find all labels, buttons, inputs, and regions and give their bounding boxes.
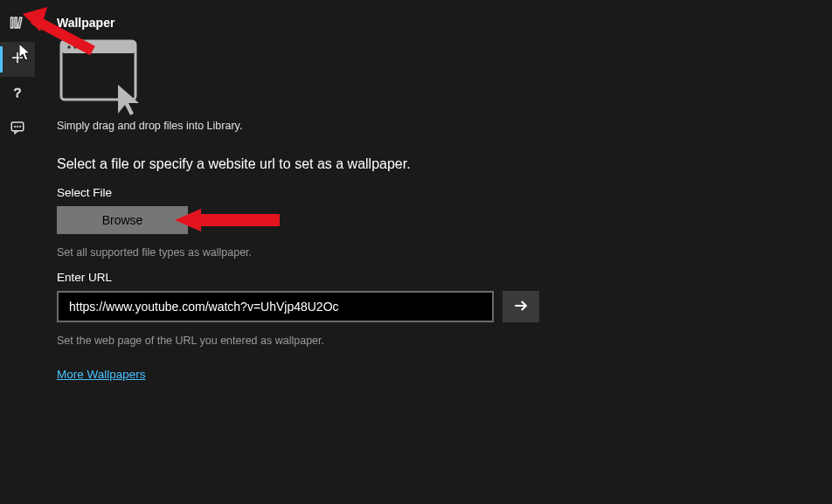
browse-button[interactable]: Browse <box>57 206 188 234</box>
main-content: Wallpaper Simply drag and drop files int… <box>35 0 832 504</box>
svg-rect-2 <box>17 17 22 28</box>
svg-point-13 <box>73 45 76 48</box>
drop-caption: Simply drag and drop files into Library. <box>57 120 810 132</box>
instruction-text: Select a file or specify a website url t… <box>57 156 810 172</box>
sidebar-item-library[interactable] <box>0 7 35 42</box>
arrow-right-icon <box>512 297 530 317</box>
go-button[interactable] <box>503 291 539 322</box>
file-help-text: Set all supported file types as wallpape… <box>57 246 810 259</box>
chat-icon <box>10 120 25 139</box>
svg-text:?: ? <box>14 85 21 100</box>
svg-point-8 <box>17 126 18 128</box>
more-wallpapers-link[interactable]: More Wallpapers <box>57 368 146 381</box>
question-icon: ? <box>10 85 25 104</box>
url-row <box>57 291 810 322</box>
drop-illustration <box>57 37 144 115</box>
plus-icon <box>10 50 25 69</box>
svg-point-7 <box>14 126 16 128</box>
page-title: Wallpaper <box>57 16 810 30</box>
sidebar-item-feedback[interactable] <box>0 112 35 147</box>
url-input[interactable] <box>57 291 494 322</box>
annotation-arrow-browse <box>175 207 280 233</box>
enter-url-label: Enter URL <box>57 271 810 284</box>
svg-rect-1 <box>15 17 17 28</box>
select-file-label: Select File <box>57 186 810 199</box>
svg-point-9 <box>19 126 21 128</box>
svg-rect-11 <box>61 41 135 53</box>
url-help-text: Set the web page of the URL you entered … <box>57 335 810 347</box>
svg-point-12 <box>67 45 70 48</box>
sidebar-item-add[interactable] <box>0 42 35 77</box>
svg-rect-0 <box>11 17 13 28</box>
sidebar: ? <box>0 0 35 504</box>
library-icon <box>10 15 25 34</box>
sidebar-item-help[interactable]: ? <box>0 77 35 112</box>
